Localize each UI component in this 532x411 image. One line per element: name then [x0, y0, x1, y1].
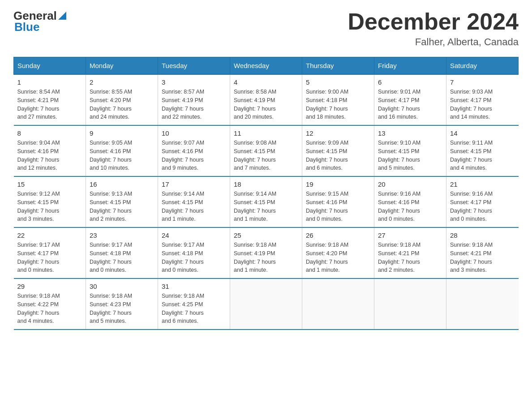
day-info: Sunrise: 9:14 AMSunset: 4:15 PMDaylight:…: [162, 190, 226, 223]
day-info: Sunrise: 9:18 AMSunset: 4:21 PMDaylight:…: [450, 241, 515, 274]
day-number: 30: [90, 283, 154, 290]
title-area: December 2024 Falher, Alberta, Canada: [348, 9, 519, 48]
day-number: 1: [17, 78, 82, 86]
calendar-cell: 11Sunrise: 9:08 AMSunset: 4:15 PMDayligh…: [230, 125, 302, 176]
header-day-friday: Friday: [374, 57, 446, 75]
day-info: Sunrise: 9:01 AMSunset: 4:17 PMDaylight:…: [378, 88, 442, 121]
day-info: Sunrise: 8:54 AMSunset: 4:21 PMDaylight:…: [17, 88, 82, 121]
day-info: Sunrise: 8:55 AMSunset: 4:20 PMDaylight:…: [90, 88, 154, 121]
day-number: 25: [234, 231, 298, 239]
day-info: Sunrise: 9:17 AMSunset: 4:17 PMDaylight:…: [17, 241, 82, 274]
day-number: 9: [90, 129, 154, 137]
header-day-thursday: Thursday: [302, 57, 374, 75]
header-day-tuesday: Tuesday: [158, 57, 230, 75]
week-row-5: 29Sunrise: 9:18 AMSunset: 4:22 PMDayligh…: [14, 278, 519, 330]
header-day-monday: Monday: [86, 57, 158, 75]
day-info: Sunrise: 9:08 AMSunset: 4:15 PMDaylight:…: [234, 139, 298, 172]
calendar-cell: 29Sunrise: 9:18 AMSunset: 4:22 PMDayligh…: [14, 278, 86, 330]
calendar-header-row: SundayMondayTuesdayWednesdayThursdayFrid…: [14, 57, 519, 75]
month-title: December 2024: [348, 9, 519, 34]
header-day-wednesday: Wednesday: [230, 57, 302, 75]
day-info: Sunrise: 9:18 AMSunset: 4:22 PMDaylight:…: [17, 292, 82, 325]
day-info: Sunrise: 8:57 AMSunset: 4:19 PMDaylight:…: [162, 88, 226, 121]
day-info: Sunrise: 9:17 AMSunset: 4:18 PMDaylight:…: [162, 241, 226, 274]
day-info: Sunrise: 9:04 AMSunset: 4:16 PMDaylight:…: [17, 139, 82, 172]
calendar-cell: [374, 278, 446, 330]
day-info: Sunrise: 9:16 AMSunset: 4:17 PMDaylight:…: [450, 190, 515, 223]
day-info: Sunrise: 8:58 AMSunset: 4:19 PMDaylight:…: [234, 88, 298, 121]
day-info: Sunrise: 9:18 AMSunset: 4:25 PMDaylight:…: [162, 292, 226, 325]
svg-marker-0: [58, 12, 66, 20]
calendar-cell: 15Sunrise: 9:12 AMSunset: 4:15 PMDayligh…: [14, 176, 86, 227]
day-info: Sunrise: 9:17 AMSunset: 4:18 PMDaylight:…: [90, 241, 154, 274]
day-number: 20: [378, 180, 442, 188]
calendar-cell: 3Sunrise: 8:57 AMSunset: 4:19 PMDaylight…: [158, 74, 230, 125]
calendar-cell: [230, 278, 302, 330]
calendar-cell: 18Sunrise: 9:14 AMSunset: 4:15 PMDayligh…: [230, 176, 302, 227]
header-day-sunday: Sunday: [14, 57, 86, 75]
day-info: Sunrise: 9:15 AMSunset: 4:16 PMDaylight:…: [306, 190, 370, 223]
week-row-4: 22Sunrise: 9:17 AMSunset: 4:17 PMDayligh…: [14, 227, 519, 278]
calendar-cell: 24Sunrise: 9:17 AMSunset: 4:18 PMDayligh…: [158, 227, 230, 278]
calendar-cell: 17Sunrise: 9:14 AMSunset: 4:15 PMDayligh…: [158, 176, 230, 227]
day-number: 5: [306, 78, 370, 86]
calendar-cell: [302, 278, 374, 330]
calendar-table: SundayMondayTuesdayWednesdayThursdayFrid…: [13, 57, 519, 330]
calendar-cell: 16Sunrise: 9:13 AMSunset: 4:15 PMDayligh…: [86, 176, 158, 227]
calendar-cell: [446, 278, 519, 330]
day-number: 8: [17, 129, 82, 137]
day-number: 12: [306, 129, 370, 137]
day-number: 21: [450, 180, 515, 188]
location-title: Falher, Alberta, Canada: [348, 36, 519, 48]
day-info: Sunrise: 9:18 AMSunset: 4:21 PMDaylight:…: [378, 241, 442, 274]
calendar-cell: 21Sunrise: 9:16 AMSunset: 4:17 PMDayligh…: [446, 176, 519, 227]
day-number: 22: [17, 231, 82, 239]
week-row-2: 8Sunrise: 9:04 AMSunset: 4:16 PMDaylight…: [14, 125, 519, 176]
day-info: Sunrise: 9:18 AMSunset: 4:19 PMDaylight:…: [234, 241, 298, 274]
day-number: 10: [162, 129, 226, 137]
calendar-cell: 28Sunrise: 9:18 AMSunset: 4:21 PMDayligh…: [446, 227, 519, 278]
calendar-cell: 1Sunrise: 8:54 AMSunset: 4:21 PMDaylight…: [14, 74, 86, 125]
calendar-cell: 25Sunrise: 9:18 AMSunset: 4:19 PMDayligh…: [230, 227, 302, 278]
calendar-cell: 4Sunrise: 8:58 AMSunset: 4:19 PMDaylight…: [230, 74, 302, 125]
calendar-cell: 23Sunrise: 9:17 AMSunset: 4:18 PMDayligh…: [86, 227, 158, 278]
day-info: Sunrise: 9:00 AMSunset: 4:18 PMDaylight:…: [306, 88, 370, 121]
calendar-cell: 26Sunrise: 9:18 AMSunset: 4:20 PMDayligh…: [302, 227, 374, 278]
calendar-cell: 13Sunrise: 9:10 AMSunset: 4:15 PMDayligh…: [374, 125, 446, 176]
day-number: 17: [162, 180, 226, 188]
day-number: 27: [378, 231, 442, 239]
header-day-saturday: Saturday: [446, 57, 519, 75]
day-number: 15: [17, 180, 82, 188]
calendar-cell: 2Sunrise: 8:55 AMSunset: 4:20 PMDaylight…: [86, 74, 158, 125]
day-info: Sunrise: 9:18 AMSunset: 4:20 PMDaylight:…: [306, 241, 370, 274]
day-number: 13: [378, 129, 442, 137]
day-info: Sunrise: 9:11 AMSunset: 4:15 PMDaylight:…: [450, 139, 515, 172]
day-info: Sunrise: 9:14 AMSunset: 4:15 PMDaylight:…: [234, 190, 298, 223]
calendar-cell: 10Sunrise: 9:07 AMSunset: 4:16 PMDayligh…: [158, 125, 230, 176]
calendar-cell: 5Sunrise: 9:00 AMSunset: 4:18 PMDaylight…: [302, 74, 374, 125]
calendar-cell: 8Sunrise: 9:04 AMSunset: 4:16 PMDaylight…: [14, 125, 86, 176]
calendar-cell: 22Sunrise: 9:17 AMSunset: 4:17 PMDayligh…: [14, 227, 86, 278]
day-info: Sunrise: 9:16 AMSunset: 4:16 PMDaylight:…: [378, 190, 442, 223]
week-row-3: 15Sunrise: 9:12 AMSunset: 4:15 PMDayligh…: [14, 176, 519, 227]
calendar-cell: 9Sunrise: 9:05 AMSunset: 4:16 PMDaylight…: [86, 125, 158, 176]
day-info: Sunrise: 9:10 AMSunset: 4:15 PMDaylight:…: [378, 139, 442, 172]
day-number: 2: [90, 78, 154, 86]
day-number: 14: [450, 129, 515, 137]
day-number: 24: [162, 231, 226, 239]
day-info: Sunrise: 9:07 AMSunset: 4:16 PMDaylight:…: [162, 139, 226, 172]
day-info: Sunrise: 9:05 AMSunset: 4:16 PMDaylight:…: [90, 139, 154, 172]
day-info: Sunrise: 9:03 AMSunset: 4:17 PMDaylight:…: [450, 88, 515, 121]
day-number: 29: [17, 283, 82, 290]
day-number: 11: [234, 129, 298, 137]
day-number: 16: [90, 180, 154, 188]
day-number: 19: [306, 180, 370, 188]
day-info: Sunrise: 9:13 AMSunset: 4:15 PMDaylight:…: [90, 190, 154, 223]
day-number: 6: [378, 78, 442, 86]
calendar-cell: 20Sunrise: 9:16 AMSunset: 4:16 PMDayligh…: [374, 176, 446, 227]
week-row-1: 1Sunrise: 8:54 AMSunset: 4:21 PMDaylight…: [14, 74, 519, 125]
calendar-cell: 19Sunrise: 9:15 AMSunset: 4:16 PMDayligh…: [302, 176, 374, 227]
calendar-cell: 7Sunrise: 9:03 AMSunset: 4:17 PMDaylight…: [446, 74, 519, 125]
day-number: 26: [306, 231, 370, 239]
calendar-cell: 27Sunrise: 9:18 AMSunset: 4:21 PMDayligh…: [374, 227, 446, 278]
